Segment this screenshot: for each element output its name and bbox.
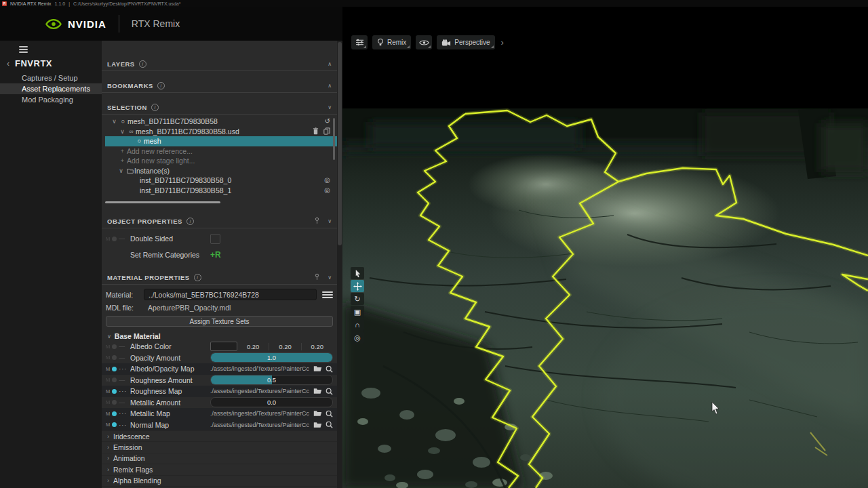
- tree-item-add-reference[interactable]: + Add new reference...: [102, 146, 337, 157]
- tree-horizontal-scrollbar[interactable]: [105, 201, 220, 203]
- roughness-amount-slider[interactable]: 0.5: [210, 375, 333, 385]
- mesh-node-icon: ○: [135, 138, 144, 144]
- back-chevron-icon[interactable]: ‹: [7, 59, 9, 68]
- more-options-icon[interactable]: ···: [119, 365, 127, 372]
- property-row-normal-map: M ··· Normal Map ./assets/ingested/Textu…: [102, 420, 337, 431]
- material-path-input[interactable]: ../Looks/mat_5EB7BC176924B728: [144, 289, 317, 300]
- mdl-field-row: MDL file: AperturePBR_Opacity.mdl: [102, 302, 337, 312]
- render-settings-button[interactable]: [351, 35, 368, 49]
- move-tool-button[interactable]: [351, 280, 364, 292]
- group-remix-flags[interactable]: › Remix Flags: [102, 464, 337, 474]
- tree-item-mesh-usd[interactable]: ∨ ∞ mesh_BD711BC7D9830B58.usd: [102, 127, 337, 137]
- override-m-flag: M: [106, 411, 110, 417]
- pin-icon[interactable]: [315, 215, 319, 227]
- camera-mode-button[interactable]: Perspective: [437, 35, 494, 49]
- tree-item-mesh-root[interactable]: ∨ ○ mesh_BD711BC7D9830B58 ↺: [102, 117, 337, 127]
- app-icon: R: [2, 1, 7, 6]
- move-icon: [353, 282, 362, 291]
- tree-item-instance-1[interactable]: inst_BD711BC7D9830B58_1 ◎: [102, 186, 337, 196]
- toolbar-expand-chevron-icon[interactable]: ›: [500, 37, 505, 47]
- duplicate-icon[interactable]: [323, 127, 330, 135]
- base-material-group[interactable]: ∨ Base Material: [107, 331, 337, 341]
- section-header-selection[interactable]: SELECTION i ∨: [102, 100, 337, 115]
- chevron-down-icon[interactable]: ∨: [117, 167, 125, 174]
- panel-scrollbar[interactable]: [337, 41, 342, 488]
- group-alpha-blending[interactable]: › Alpha Blending: [102, 475, 337, 486]
- material-menu-icon[interactable]: [322, 290, 333, 300]
- info-icon: i: [194, 274, 201, 281]
- sidebar-item-captures-setup[interactable]: Captures / Setup: [0, 73, 102, 83]
- inspect-texture-icon[interactable]: [326, 388, 333, 395]
- open-folder-icon[interactable]: [313, 365, 322, 372]
- open-folder-icon[interactable]: [313, 422, 322, 428]
- sidebar-item-asset-replacements[interactable]: Asset Replacements: [0, 83, 102, 94]
- open-folder-icon[interactable]: [313, 410, 322, 417]
- group-animation[interactable]: › Animation: [102, 453, 337, 464]
- group-emission[interactable]: › Emission: [102, 441, 337, 452]
- albedo-g-value[interactable]: 0.20: [269, 343, 300, 350]
- viewport[interactable]: Remix Perspective ›: [342, 7, 868, 488]
- plus-icon: +: [118, 148, 127, 155]
- tree-item-instance-0[interactable]: inst_BD711BC7D9830B58_0 ◎: [102, 176, 337, 186]
- select-tool-button[interactable]: [351, 267, 364, 279]
- viewport-toolbar: Remix Perspective ›: [351, 35, 505, 49]
- frame-target-icon[interactable]: ◎: [324, 187, 330, 194]
- focus-tool-button[interactable]: ◎: [351, 331, 364, 344]
- tree-item-mesh-selected[interactable]: ○ mesh: [105, 136, 337, 146]
- sidebar: ‹ FNVRTX Captures / Setup Asset Replacem…: [0, 41, 102, 488]
- brand-name: NVIDIA: [68, 18, 106, 30]
- inspect-texture-icon[interactable]: [326, 421, 333, 428]
- visibility-button[interactable]: [416, 35, 432, 49]
- section-header-object-properties[interactable]: OBJECT PROPERTIES i ∨: [102, 214, 337, 228]
- override-dash-icon: —: [119, 354, 125, 361]
- albedo-color-swatch[interactable]: [210, 342, 237, 351]
- mdl-value[interactable]: AperturePBR_Opacity.mdl: [144, 304, 337, 312]
- chevron-down-icon[interactable]: ∨: [118, 128, 127, 135]
- chevron-down-icon[interactable]: ∨: [328, 218, 332, 224]
- pin-icon[interactable]: [315, 271, 319, 283]
- group-iridescence[interactable]: › Iridescence: [102, 430, 337, 441]
- lighting-mode-button[interactable]: Remix: [372, 35, 411, 49]
- tree-item-add-stage-light[interactable]: + Add new stage light...: [102, 156, 337, 166]
- more-options-icon[interactable]: ···: [119, 410, 127, 417]
- albedo-b-value[interactable]: 0.20: [301, 343, 333, 350]
- albedo-opacity-map-path[interactable]: ./assets/ingested/Textures/PainterCc: [210, 365, 311, 372]
- open-folder-icon[interactable]: [313, 388, 322, 394]
- section-header-material-properties[interactable]: MATERIAL PROPERTIES i ∨: [102, 270, 337, 285]
- section-header-layers[interactable]: LAYERS i ∧: [102, 57, 337, 71]
- albedo-r-value[interactable]: 0.20: [237, 343, 269, 350]
- tree-item-instances[interactable]: ∨ Instance(s): [102, 166, 337, 176]
- inspect-texture-icon[interactable]: [326, 365, 333, 373]
- chevron-down-icon[interactable]: ∨: [328, 274, 332, 281]
- more-options-icon[interactable]: ···: [119, 388, 127, 394]
- tree-item-label: mesh: [144, 137, 161, 145]
- roughness-map-path[interactable]: ./assets/ingested/Textures/PainterCc: [210, 388, 311, 394]
- rotate-tool-button[interactable]: ↻: [351, 293, 364, 305]
- sidebar-item-mod-packaging[interactable]: Mod Packaging: [0, 94, 102, 105]
- scale-tool-button[interactable]: ▣: [351, 306, 364, 318]
- viewport-scene[interactable]: [342, 108, 868, 488]
- section-header-bookmarks[interactable]: BOOKMARKS i ∧: [102, 79, 337, 93]
- frame-target-icon[interactable]: ◎: [324, 177, 330, 184]
- chevron-down-icon[interactable]: ∨: [328, 104, 332, 110]
- chevron-up-icon[interactable]: ∧: [328, 61, 332, 67]
- opacity-amount-slider[interactable]: 1.0: [210, 352, 333, 363]
- normal-map-path[interactable]: ./assets/ingested/Textures/PainterCc: [210, 422, 311, 428]
- more-options-icon[interactable]: ···: [119, 422, 127, 428]
- set-remix-categories-button[interactable]: +R: [210, 250, 221, 260]
- metallic-amount-slider[interactable]: 0.0: [210, 397, 333, 407]
- chevron-down-icon[interactable]: ∨: [110, 118, 119, 125]
- project-header[interactable]: ‹ FNVRTX: [7, 58, 102, 68]
- history-icon[interactable]: ↺: [325, 118, 330, 125]
- metallic-map-path[interactable]: ./assets/ingested/Textures/PainterCc: [210, 410, 311, 417]
- assign-texture-sets-button[interactable]: Assign Texture Sets: [106, 316, 333, 327]
- double-sided-checkbox[interactable]: [210, 234, 220, 244]
- chevron-up-icon[interactable]: ∧: [328, 83, 332, 89]
- snap-tool-button[interactable]: ∩: [351, 319, 364, 331]
- hamburger-menu-icon[interactable]: [19, 46, 28, 54]
- nvidia-logo-icon: [45, 18, 62, 30]
- group-label: Alpha Blending: [113, 476, 161, 485]
- inspect-texture-icon[interactable]: [326, 410, 333, 418]
- delete-icon[interactable]: [313, 127, 319, 135]
- tree-scrollbar[interactable]: [333, 118, 335, 160]
